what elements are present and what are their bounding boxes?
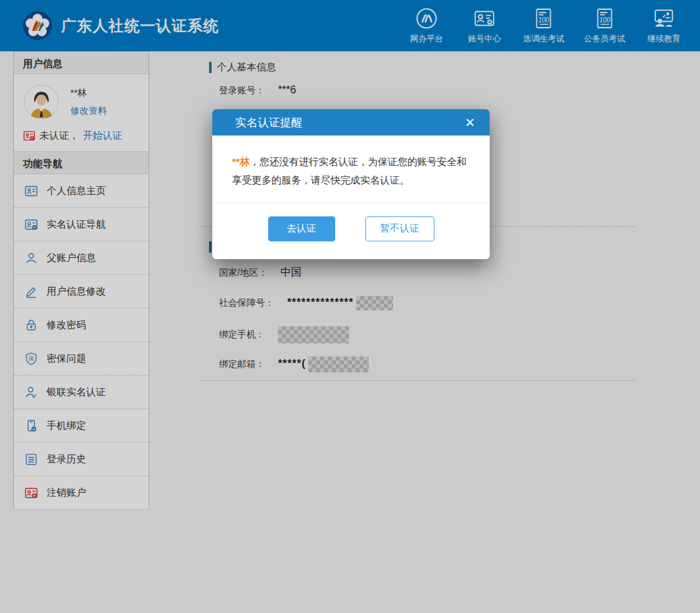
modal-title: 实名认证提醒 — [235, 115, 302, 130]
modal-header: 实名认证提醒 ✕ — [212, 109, 490, 135]
realname-reminder-modal: 实名认证提醒 ✕ **林，您还没有进行实名认证，为保证您的账号安全和享受更多的服… — [212, 109, 490, 259]
modal-message: **林，您还没有进行实名认证，为保证您的账号安全和享受更多的服务，请尽快完成实名… — [212, 135, 490, 203]
modal-backdrop — [0, 0, 700, 613]
modal-message-text: ，您还没有进行实名认证，为保证您的账号安全和享受更多的服务，请尽快完成实名认证。 — [232, 156, 467, 185]
go-verify-button[interactable]: 去认证 — [268, 216, 335, 241]
not-now-button[interactable]: 暂不认证 — [365, 216, 434, 241]
close-icon[interactable]: ✕ — [465, 116, 475, 129]
modal-footer: 去认证 暂不认证 — [212, 203, 490, 259]
modal-user-name: **林 — [232, 156, 250, 167]
